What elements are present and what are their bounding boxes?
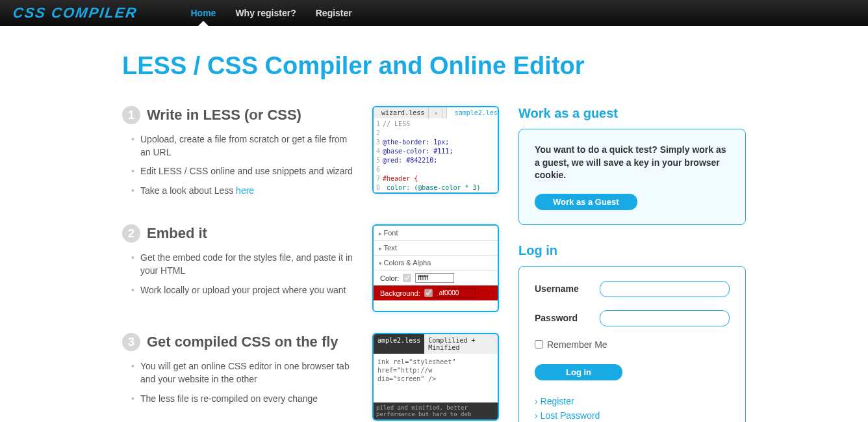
screenshot-wizard: Font Text Colors & Alpha Color: Backgrou… bbox=[372, 224, 499, 312]
list-item: Edit LESS / CSS online and use snippets … bbox=[131, 165, 357, 178]
remember-label: Remember Me bbox=[547, 339, 607, 350]
remember-checkbox[interactable] bbox=[535, 340, 543, 349]
step-3: 3 Get compiled CSS on the fly You will g… bbox=[122, 333, 499, 421]
main-container: LESS / CSS Compiler and Online Editor 1 … bbox=[122, 26, 746, 422]
step-1: 1 Write in LESS (or CSS) Upoload, create… bbox=[122, 106, 499, 204]
nav-home[interactable]: Home bbox=[189, 1, 217, 25]
nav-register[interactable]: Register bbox=[314, 1, 353, 25]
logo: CSS COMPILER bbox=[12, 5, 138, 21]
main-nav: Home Why register? Register bbox=[189, 1, 353, 25]
list-item: Take a look about Less here bbox=[131, 185, 357, 198]
username-input[interactable] bbox=[600, 281, 730, 297]
step-number: 3 bbox=[122, 333, 140, 351]
list-item: Get the embed code for the styles file, … bbox=[131, 252, 357, 277]
less-link[interactable]: here bbox=[236, 185, 254, 196]
work-as-guest-button[interactable]: Work as a Guest bbox=[535, 194, 637, 210]
step-title: Get compiled CSS on the fly bbox=[147, 334, 338, 350]
password-label: Password bbox=[535, 313, 600, 323]
step-number: 2 bbox=[122, 224, 140, 243]
right-column: Work as a guest You want to do a quick t… bbox=[518, 106, 746, 422]
login-panel: Username Password Remember Me Log in Reg… bbox=[518, 266, 746, 422]
nav-why-register[interactable]: Why register? bbox=[234, 1, 297, 25]
guest-panel: You want to do a quick test? Simply work… bbox=[518, 129, 746, 225]
password-input[interactable] bbox=[600, 310, 730, 326]
screenshot-compiled: ample2.less Complilied + Minified ink re… bbox=[372, 333, 499, 421]
step-title: Embed it bbox=[147, 225, 207, 242]
username-label: Username bbox=[535, 284, 600, 294]
topbar: CSS COMPILER Home Why register? Register bbox=[0, 0, 868, 26]
left-column: 1 Write in LESS (or CSS) Upoload, create… bbox=[122, 106, 499, 422]
list-item: Upoload, create a file from scratch or g… bbox=[131, 133, 357, 159]
step-2: 2 Embed it Get the embed code for the st… bbox=[122, 224, 499, 312]
page-title: LESS / CSS Compiler and Online Editor bbox=[122, 52, 746, 80]
step-title: Write in LESS (or CSS) bbox=[147, 107, 301, 124]
list-item: You will get an online CSS editor in one… bbox=[131, 360, 357, 386]
guest-text: You want to do a quick test? Simply work… bbox=[535, 144, 730, 182]
register-link[interactable]: Register bbox=[541, 396, 574, 406]
step-number: 1 bbox=[122, 106, 140, 124]
screenshot-editor: wizard.less✕ sample2.less✕ 1// LESS 2 3@… bbox=[372, 106, 499, 194]
login-button[interactable]: Log in bbox=[535, 364, 622, 380]
list-item: Work locally or upload your project wher… bbox=[131, 284, 357, 297]
login-title: Log in bbox=[518, 243, 746, 258]
guest-title: Work as a guest bbox=[518, 106, 746, 121]
lost-password-link[interactable]: Lost Password bbox=[541, 410, 600, 421]
list-item: The less file is re-compiled on every ch… bbox=[131, 393, 357, 406]
